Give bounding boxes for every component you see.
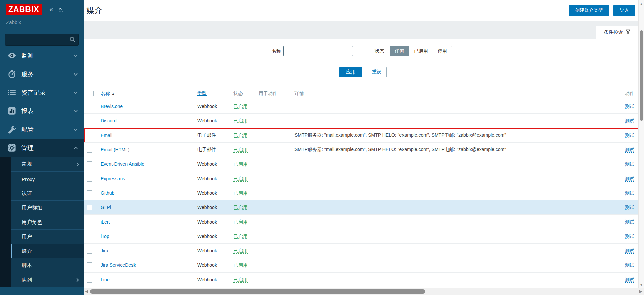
status-enabled-link[interactable]: 已启用 [233, 205, 248, 210]
media-type-name-link[interactable]: iLert [101, 219, 110, 225]
media-type-name-link[interactable]: Line [101, 277, 109, 282]
row-checkbox[interactable] [87, 248, 92, 254]
media-type-name-link[interactable]: Github [101, 190, 114, 196]
vertical-scrollbar[interactable]: ▲ ▼ [638, 0, 644, 288]
zabbix-logo[interactable]: ZABBIX [6, 4, 42, 15]
media-type-name-link[interactable]: Express.ms [101, 176, 125, 181]
status-enabled-link[interactable]: 已启用 [233, 161, 248, 167]
media-type-name-link[interactable]: Event-Driven Ansible [101, 161, 144, 167]
row-checkbox[interactable] [87, 147, 92, 153]
test-link[interactable]: 测试 [625, 219, 634, 225]
sidebar-submenu-item[interactable]: 队列 [11, 273, 84, 287]
status-enabled-link[interactable]: 已启用 [233, 133, 248, 138]
row-checkbox[interactable] [87, 234, 92, 239]
status-enabled-link[interactable]: 已启用 [233, 219, 248, 225]
collapse-sidebar-icon[interactable]: « [49, 6, 53, 13]
create-media-type-button[interactable]: 创建媒介类型 [569, 5, 609, 16]
import-button[interactable]: 导入 [613, 5, 635, 16]
test-link[interactable]: 测试 [625, 176, 634, 182]
vertical-scrollbar-thumb[interactable] [640, 30, 643, 121]
search-input[interactable] [5, 34, 79, 46]
status-enabled-link[interactable]: 已启用 [233, 262, 248, 268]
media-type-name-link[interactable]: Jira [101, 248, 108, 253]
row-checkbox[interactable] [87, 219, 92, 225]
media-type-name-link[interactable]: Email (HTML) [101, 147, 129, 152]
scroll-left-icon[interactable]: ◀ [85, 289, 88, 294]
media-type-name-link[interactable]: Discord [101, 118, 116, 124]
media-types-table: 名称▲ 类型 状态 用于动作 详情 动作 Brevis.one Webhook … [84, 88, 638, 287]
sidebar-submenu-item[interactable]: 脚本 [11, 258, 84, 273]
status-enabled-link[interactable]: 已启用 [233, 248, 248, 254]
sidebar-submenu-item[interactable]: 常规 [11, 157, 84, 171]
row-checkbox[interactable] [87, 133, 92, 138]
row-checkbox[interactable] [87, 277, 92, 283]
column-header-details: 详情 [292, 91, 608, 97]
scroll-right-icon[interactable]: ▶ [639, 289, 642, 294]
sidebar-submenu-item[interactable]: 媒介 [11, 244, 84, 258]
horizontal-scrollbar[interactable]: ◀ ▶ [84, 288, 644, 295]
sidebar-submenu-item[interactable]: 用户 [11, 229, 84, 244]
test-link[interactable]: 测试 [625, 161, 634, 167]
media-type-name-link[interactable]: Email [101, 133, 112, 138]
table-header-row: 名称▲ 类型 状态 用于动作 详情 动作 [84, 88, 638, 99]
test-link[interactable]: 测试 [625, 248, 634, 254]
test-link[interactable]: 测试 [625, 190, 634, 196]
sort-by-name-link[interactable]: 名称 [101, 91, 110, 96]
row-checkbox[interactable] [87, 118, 92, 124]
horizontal-scrollbar-thumb[interactable] [90, 289, 425, 294]
sidebar-submenu-item[interactable]: Proxy [11, 171, 84, 186]
row-checkbox[interactable] [87, 176, 92, 182]
test-link[interactable]: 测试 [625, 262, 634, 268]
sidebar-submenu-item[interactable]: 认证 [11, 186, 84, 200]
status-segmented-control: 任何已启用停用 [390, 46, 452, 56]
sidebar-item-gear[interactable]: 管理 [0, 139, 84, 157]
status-option[interactable]: 已启用 [409, 46, 433, 56]
test-link[interactable]: 测试 [625, 118, 634, 124]
status-enabled-link[interactable]: 已启用 [233, 176, 248, 182]
test-link[interactable]: 测试 [625, 277, 634, 283]
media-type-name-link[interactable]: GLPi [101, 205, 111, 210]
status-enabled-link[interactable]: 已启用 [233, 104, 248, 109]
status-enabled-link[interactable]: 已启用 [233, 190, 248, 196]
sidebar-submenu-item[interactable]: 用户群组 [11, 200, 84, 215]
sidebar-item-eye[interactable]: 监测 [0, 46, 84, 65]
sidebar-item-wrench[interactable]: 配置 [0, 120, 84, 139]
sidebar-item-list[interactable]: 资产记录 [0, 83, 84, 102]
row-checkbox[interactable] [87, 161, 92, 167]
media-type-name-link[interactable]: Jira ServiceDesk [101, 262, 136, 268]
status-option[interactable]: 任何 [390, 46, 409, 56]
media-type-type: Webhook [195, 248, 231, 253]
row-checkbox[interactable] [87, 190, 92, 196]
test-link[interactable]: 测试 [625, 133, 634, 138]
media-type-name-link[interactable]: Brevis.one [101, 104, 123, 109]
test-link[interactable]: 测试 [625, 205, 634, 210]
scroll-down-icon[interactable]: ▼ [639, 283, 644, 287]
status-option[interactable]: 停用 [433, 46, 452, 56]
gear-icon [7, 143, 16, 153]
expand-view-icon[interactable] [59, 7, 64, 12]
media-type-name-link[interactable]: iTop [101, 234, 109, 239]
select-all-checkbox[interactable] [88, 91, 94, 96]
reset-button[interactable]: 重设 [367, 67, 387, 77]
name-filter-input[interactable] [283, 46, 353, 56]
sort-by-type-link[interactable]: 类型 [197, 91, 207, 96]
media-type-type: Webhook [195, 161, 231, 167]
table-row: iTop Webhook 已启用 测试 [84, 229, 638, 244]
row-checkbox[interactable] [87, 262, 92, 268]
row-checkbox[interactable] [87, 104, 92, 109]
sidebar-submenu-item[interactable]: 用户角色 [11, 215, 84, 229]
apply-button[interactable]: 应用 [339, 67, 362, 77]
status-enabled-link[interactable]: 已启用 [233, 277, 248, 283]
sidebar-item-chart[interactable]: 报表 [0, 102, 84, 120]
test-link[interactable]: 测试 [625, 147, 634, 153]
test-link[interactable]: 测试 [625, 234, 634, 239]
row-checkbox[interactable] [87, 205, 92, 210]
filter-tab[interactable]: 条件检索 [596, 26, 638, 39]
status-enabled-link[interactable]: 已启用 [233, 118, 248, 124]
test-link[interactable]: 测试 [625, 104, 634, 109]
search-icon[interactable] [69, 36, 76, 44]
sidebar-item-stopwatch[interactable]: 服务 [0, 65, 84, 83]
scroll-up-icon[interactable]: ▲ [639, 2, 644, 6]
status-enabled-link[interactable]: 已启用 [233, 147, 248, 153]
status-enabled-link[interactable]: 已启用 [233, 234, 248, 239]
